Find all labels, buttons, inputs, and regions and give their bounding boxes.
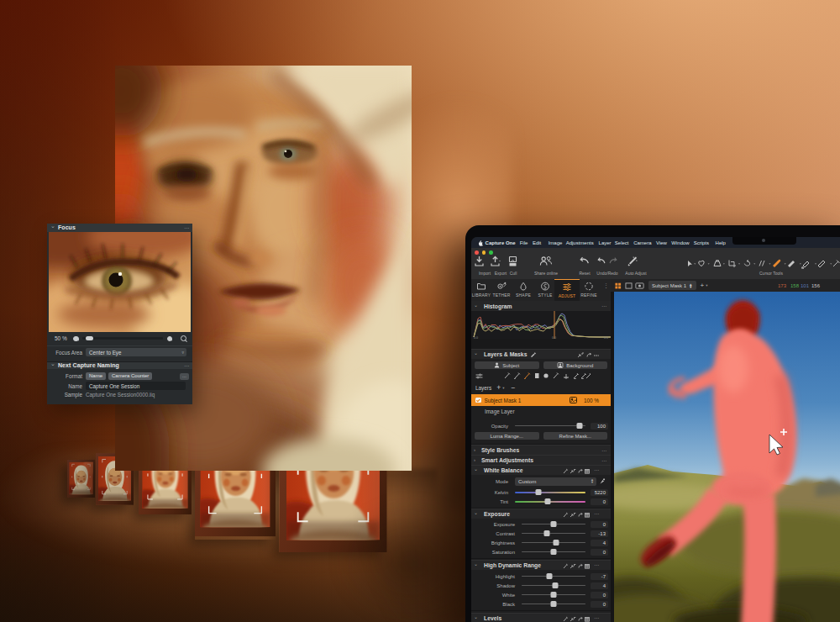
- svg-text:0.0: 0.0: [474, 336, 478, 340]
- svg-text:0.0: 0.0: [552, 336, 556, 340]
- svg-text:0.0: 0.0: [604, 336, 608, 340]
